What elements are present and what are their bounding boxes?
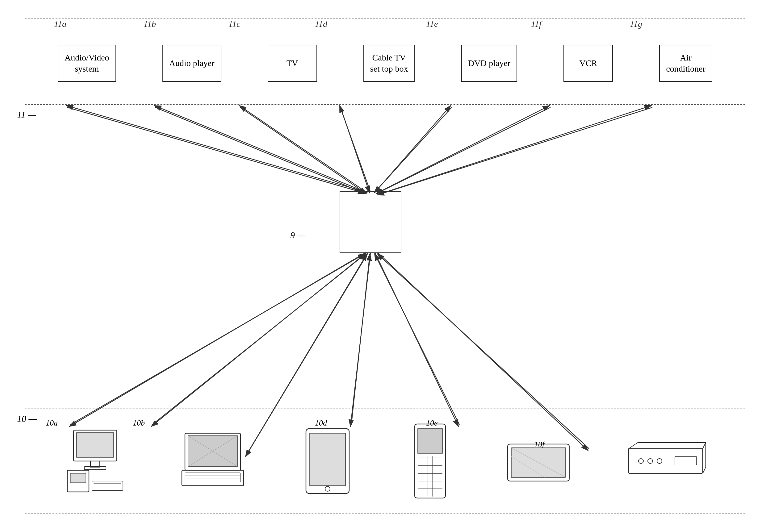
svg-rect-5 bbox=[70, 473, 86, 483]
device-10e bbox=[505, 435, 572, 487]
svg-rect-33 bbox=[629, 449, 703, 473]
svg-rect-1 bbox=[77, 433, 114, 457]
svg-point-35 bbox=[648, 459, 653, 463]
svg-line-60 bbox=[70, 254, 365, 425]
svg-line-61 bbox=[152, 254, 366, 425]
svg-point-36 bbox=[657, 459, 662, 463]
svg-line-55 bbox=[240, 107, 366, 194]
svg-line-45 bbox=[377, 106, 550, 193]
group-11-label: 11 — bbox=[17, 110, 36, 120]
svg-line-56 bbox=[340, 107, 369, 193]
svg-line-41 bbox=[154, 106, 367, 193]
svg-line-51 bbox=[375, 253, 459, 426]
device-10a bbox=[64, 427, 126, 495]
device-11e: DVD player bbox=[461, 45, 518, 82]
group-10-container bbox=[25, 409, 745, 513]
svg-rect-21 bbox=[418, 429, 443, 453]
device-11a: Audio/Videosystem bbox=[58, 45, 116, 82]
svg-line-53 bbox=[67, 107, 365, 193]
svg-rect-6 bbox=[92, 481, 123, 490]
svg-line-59 bbox=[377, 107, 652, 195]
svg-line-48 bbox=[151, 252, 367, 426]
svg-line-40 bbox=[66, 106, 366, 192]
device-11c: TV bbox=[268, 45, 317, 82]
device-11d: Cable TVset top box bbox=[363, 45, 415, 82]
svg-line-44 bbox=[375, 106, 451, 192]
hub-label: 9 — bbox=[290, 230, 305, 240]
device-10c bbox=[300, 426, 355, 497]
device-11f: VCR bbox=[564, 45, 613, 82]
hub-box bbox=[339, 191, 402, 253]
svg-line-42 bbox=[239, 106, 367, 193]
svg-line-50 bbox=[350, 253, 370, 426]
svg-rect-18 bbox=[310, 433, 345, 486]
device-11g: Airconditioner bbox=[659, 45, 712, 82]
svg-point-19 bbox=[325, 486, 330, 491]
svg-line-64 bbox=[374, 254, 460, 425]
svg-line-58 bbox=[376, 107, 551, 194]
svg-line-47 bbox=[69, 252, 366, 426]
device-10f bbox=[626, 439, 706, 483]
device-10d bbox=[409, 422, 452, 500]
svg-rect-37 bbox=[675, 456, 697, 465]
group-11-container: Audio/Videosystem Audio player TV Cable … bbox=[25, 19, 745, 105]
svg-line-54 bbox=[155, 107, 366, 194]
svg-rect-14 bbox=[185, 473, 240, 482]
diagram: 11a 11b 11c 11d 11e 11f 11g Audio/Videos… bbox=[0, 0, 770, 532]
svg-line-63 bbox=[351, 254, 370, 425]
device-11b: Audio player bbox=[162, 45, 221, 82]
device-10b bbox=[179, 430, 247, 492]
svg-line-43 bbox=[339, 106, 370, 192]
svg-point-34 bbox=[639, 459, 643, 463]
svg-line-46 bbox=[378, 106, 651, 194]
svg-line-57 bbox=[374, 107, 452, 193]
